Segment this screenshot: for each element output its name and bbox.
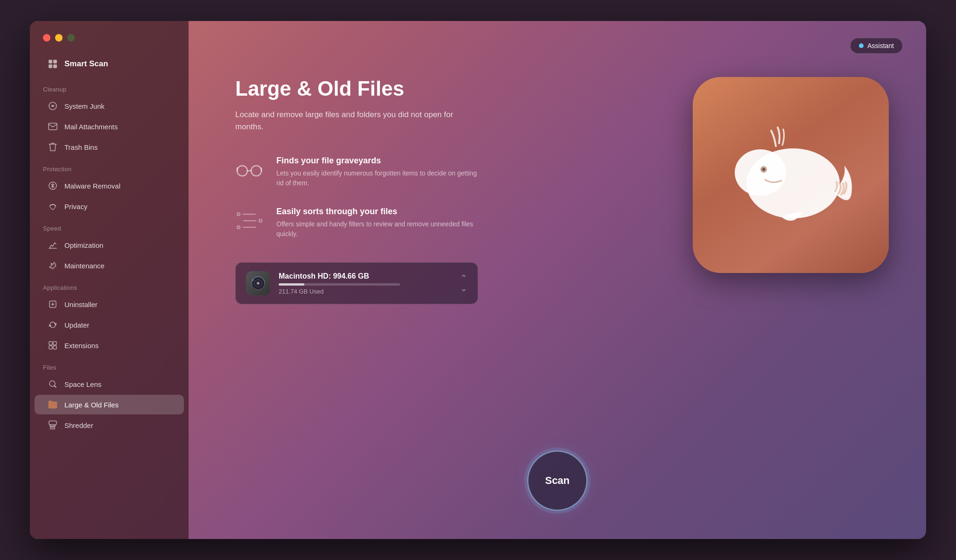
smart-scan-icon <box>48 59 58 69</box>
large-old-files-label: Large & Old Files <box>64 401 119 409</box>
svg-rect-0 <box>49 60 52 63</box>
svg-rect-9 <box>53 342 56 345</box>
sidebar-item-system-junk[interactable]: System Junk <box>35 96 184 116</box>
svg-rect-1 <box>53 60 57 63</box>
page-subtitle: Locate and remove large files and folder… <box>235 109 478 133</box>
feature-graveyards-title: Finds your file graveyards <box>276 156 482 166</box>
svg-point-15 <box>735 149 786 196</box>
drive-name: Macintosh HD: 994.66 GB <box>279 272 452 280</box>
drive-progress-bar <box>279 283 400 286</box>
drive-progress-fill <box>279 283 304 286</box>
optimization-icon <box>48 240 58 250</box>
traffic-lights <box>43 34 75 42</box>
sidebar-item-space-lens[interactable]: Space Lens <box>35 374 184 394</box>
maintenance-icon <box>48 260 58 271</box>
svg-rect-5 <box>49 123 57 130</box>
sidebar-item-extensions[interactable]: Extensions <box>35 336 184 355</box>
scan-button[interactable]: Scan <box>527 450 588 511</box>
chevron-up-down-icon: ⌃⌄ <box>460 273 467 294</box>
main-content: Assistant <box>189 21 926 539</box>
feature-sorts-text: Easily sorts through your files Offers s… <box>276 207 482 239</box>
large-old-files-icon <box>48 399 58 410</box>
sidebar-item-uninstaller[interactable]: Uninstaller <box>35 294 184 314</box>
feature-sorts-title: Easily sorts through your files <box>276 207 482 217</box>
malware-removal-label: Malware Removal <box>64 182 120 190</box>
space-lens-icon <box>48 379 58 389</box>
sidebar-section-protection: Protection <box>30 157 189 175</box>
trash-bins-label: Trash Bins <box>64 143 98 151</box>
svg-point-22 <box>257 282 260 285</box>
svg-rect-8 <box>49 342 52 345</box>
sidebar-item-shredder[interactable]: Shredder <box>35 415 184 435</box>
minimize-button <box>55 34 63 42</box>
svg-rect-10 <box>49 346 52 349</box>
svg-point-23 <box>253 280 254 281</box>
malware-icon <box>48 181 58 191</box>
sidebar-item-updater[interactable]: Updater <box>35 315 184 335</box>
svg-rect-3 <box>53 64 57 68</box>
drive-info: Macintosh HD: 994.66 GB 211.74 GB Used <box>279 272 452 295</box>
smart-scan-label: Smart Scan <box>64 59 108 69</box>
system-junk-label: System Junk <box>64 102 105 110</box>
feature-graveyards-text: Finds your file graveyards Lets you easi… <box>276 156 482 188</box>
svg-point-18 <box>237 166 247 176</box>
mail-attachments-label: Mail Attachments <box>64 123 118 131</box>
whale-svg <box>721 114 861 236</box>
svg-point-17 <box>762 168 765 171</box>
svg-rect-11 <box>53 346 56 349</box>
privacy-icon <box>48 201 58 211</box>
system-junk-icon <box>48 101 58 111</box>
sidebar-item-privacy[interactable]: Privacy <box>35 196 184 216</box>
scan-button-container: Scan <box>527 450 588 511</box>
shredder-icon <box>48 420 58 430</box>
assistant-dot <box>859 43 864 48</box>
feature-sorts-desc: Offers simple and handy filters to revie… <box>276 219 482 239</box>
shredder-label: Shredder <box>64 421 93 429</box>
svg-rect-2 <box>49 64 52 68</box>
sidebar-item-mail-attachments[interactable]: Mail Attachments <box>35 117 184 136</box>
glasses-icon <box>235 156 263 184</box>
assistant-button[interactable]: Assistant <box>850 38 903 54</box>
uninstaller-label: Uninstaller <box>64 301 98 308</box>
whale-illustration <box>693 77 889 273</box>
sidebar-item-smart-scan[interactable]: Smart Scan <box>35 54 184 74</box>
sidebar-item-trash-bins[interactable]: Trash Bins <box>35 137 184 157</box>
uninstaller-icon <box>48 299 58 309</box>
folder-icon <box>693 77 889 273</box>
sidebar: Smart Scan Cleanup System Junk Mail Atta… <box>30 21 189 539</box>
updater-icon <box>48 320 58 330</box>
space-lens-label: Space Lens <box>64 380 101 388</box>
mail-icon <box>48 121 58 132</box>
sidebar-item-large-old-files[interactable]: Large & Old Files <box>35 395 184 414</box>
sidebar-section-files: Files <box>30 356 189 374</box>
updater-label: Updater <box>64 321 89 329</box>
maximize-button <box>67 34 75 42</box>
drive-used: 211.74 GB Used <box>279 288 452 295</box>
close-button[interactable] <box>43 34 50 42</box>
privacy-label: Privacy <box>64 203 87 210</box>
trash-icon <box>48 142 58 152</box>
sidebar-section-applications: Applications <box>30 276 189 294</box>
drive-icon <box>246 271 270 295</box>
sliders-icon <box>235 207 263 235</box>
sidebar-item-malware-removal[interactable]: Malware Removal <box>35 176 184 196</box>
sidebar-item-maintenance[interactable]: Maintenance <box>35 256 184 275</box>
optimization-label: Optimization <box>64 241 103 249</box>
svg-rect-13 <box>49 421 56 425</box>
maintenance-label: Maintenance <box>64 262 105 270</box>
drive-selector[interactable]: Macintosh HD: 994.66 GB 211.74 GB Used ⌃… <box>235 262 478 304</box>
extensions-icon <box>48 340 58 350</box>
sidebar-section-speed: Speed <box>30 217 189 235</box>
svg-point-19 <box>251 166 261 176</box>
sidebar-item-optimization[interactable]: Optimization <box>35 235 184 255</box>
feature-graveyards-desc: Lets you easily identify numerous forgot… <box>276 168 482 188</box>
extensions-label: Extensions <box>64 342 98 350</box>
assistant-label: Assistant <box>867 42 894 49</box>
sidebar-section-cleanup: Cleanup <box>30 77 189 96</box>
